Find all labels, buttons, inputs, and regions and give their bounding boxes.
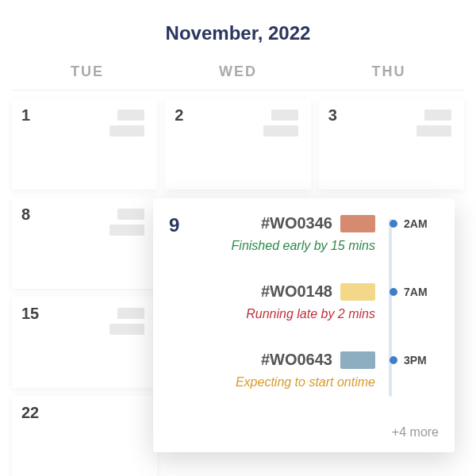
popout-body: #WO0346 2AM Finished early by 15 mins #W…	[198, 214, 439, 441]
timeline-dot-icon	[390, 356, 397, 364]
workorder-swatch	[340, 351, 375, 369]
workorder-list: #WO0346 2AM Finished early by 15 mins #W…	[198, 214, 439, 414]
workorder-status: Expecting to start ontime	[198, 375, 439, 390]
placeholder-block	[117, 209, 144, 220]
more-items-link[interactable]: +4 more	[198, 419, 439, 440]
placeholder-block	[117, 308, 144, 319]
workorder-time: 2AM	[404, 217, 428, 230]
placeholder-block	[263, 125, 298, 136]
workorder-code: #WO0148	[261, 282, 332, 301]
weekday-row: TUE WED THU	[12, 54, 464, 90]
placeholder-block	[109, 125, 144, 136]
workorder-time: 7AM	[404, 286, 428, 298]
day-cell-22[interactable]: 22	[12, 396, 157, 476]
placeholder-block	[416, 125, 451, 136]
day-cell-2[interactable]: 2	[165, 98, 310, 190]
popout-day-column: 9	[169, 214, 198, 441]
weekday-thu: THU	[313, 54, 464, 90]
placeholder-block	[109, 324, 144, 335]
event-placeholders	[109, 109, 144, 136]
workorder-item[interactable]: #WO0148 7AM Running late by 2 mins	[198, 282, 439, 346]
popout-day-number: 9	[169, 214, 198, 236]
workorder-status: Running late by 2 mins	[198, 307, 439, 321]
workorder-status: Finished early by 15 mins	[198, 239, 439, 253]
day-cell-15[interactable]: 15	[12, 297, 157, 388]
placeholder-block	[109, 225, 144, 236]
day-cell-8[interactable]: 8	[12, 198, 157, 289]
day-detail-popout[interactable]: 9 #WO0346 2AM Finished early by 15 mins …	[153, 198, 455, 452]
workorder-swatch	[340, 215, 375, 232]
event-placeholders	[109, 308, 144, 335]
month-title: November, 2022	[12, 8, 464, 54]
workorder-swatch	[340, 283, 375, 301]
workorder-item[interactable]: #WO0346 2AM Finished early by 15 mins	[198, 214, 439, 278]
workorder-code: #WO0346	[261, 214, 332, 232]
event-placeholders	[263, 109, 298, 136]
workorder-code: #WO0643	[261, 351, 332, 369]
weekday-wed: WED	[163, 54, 313, 90]
event-placeholders	[416, 109, 451, 136]
timeline-dot-icon	[390, 288, 397, 296]
day-cell-1[interactable]: 1	[12, 98, 157, 190]
day-number: 22	[21, 404, 148, 422]
timeline-dot-icon	[390, 220, 397, 228]
placeholder-block	[271, 109, 298, 121]
workorder-time: 3PM	[404, 354, 427, 367]
weekday-tue: TUE	[12, 54, 163, 90]
event-placeholders	[109, 209, 144, 236]
workorder-item[interactable]: #WO0643 3PM Expecting to start ontime	[198, 351, 439, 414]
placeholder-block	[117, 109, 144, 121]
day-cell-3[interactable]: 3	[319, 98, 464, 190]
placeholder-block	[424, 109, 451, 121]
